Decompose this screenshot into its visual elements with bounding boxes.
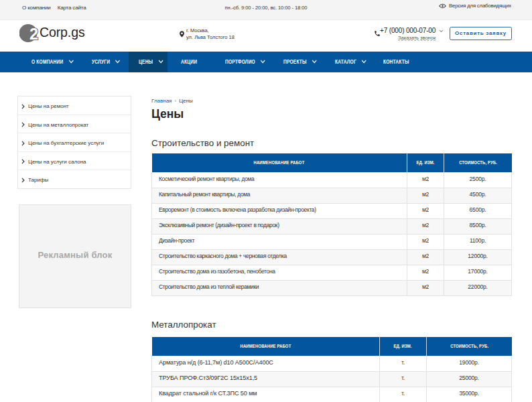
svg-text:2: 2	[29, 25, 38, 43]
